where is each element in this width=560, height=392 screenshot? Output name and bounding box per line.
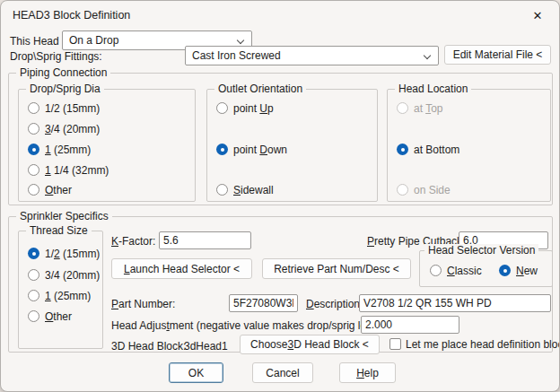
radio-option-dia-one[interactable]: 1 (25mm) [28,143,91,156]
group-piping-connection-title: Piping Connection [16,66,110,80]
dialog-window: HEAD3 Block Definition ✕ This Head is: O… [0,0,560,392]
cancel-button[interactable]: Cancel [252,362,313,383]
description-input[interactable] [359,294,551,312]
radio-option-sidewall[interactable]: Sidewall [216,183,274,196]
radio-option-point-down[interactable]: point Down [216,143,287,156]
group-thread-size-title: Thread Size [26,224,92,238]
retrieve-part-num-desc-button[interactable]: Retrieve Part Num/Desc < [262,258,411,279]
radio-option-at-bottom[interactable]: at Bottom [397,143,459,156]
checkbox-label: Let me place head definition block [406,338,560,351]
radio-option-dia-half[interactable]: 1/2 (15mm) [28,101,100,115]
radio-icon [28,123,39,135]
head-block-3d-value: 3dHead1 [184,340,228,353]
ok-button[interactable]: OK [169,362,223,383]
group-head-selector-version-title: Head Selector Version [424,244,538,257]
radio-label: 1 (25mm) [45,144,91,156]
chevron-down-icon [424,52,431,59]
radio-option-new[interactable]: New [499,264,538,277]
radio-icon-selected [28,144,39,155]
radio-option-dia-other[interactable]: Other [28,183,72,196]
part-number-label: Part Number: [111,298,175,310]
radio-option-classic[interactable]: Classic [430,264,482,277]
radio-label: on Side [414,184,451,196]
radio-label: 3/4 (20mm) [45,269,100,282]
radio-icon-disabled [397,184,408,196]
group-head-location: Head Location at Top at Bottom on Side [387,89,551,202]
group-head-location-title: Head Location [395,83,471,96]
radio-icon-selected [28,248,39,259]
radio-option-thread-other[interactable]: Other [28,309,72,323]
group-drop-sprig-dia: Drop/Sprig Dia 1/2 (15mm) 3/4 (20mm) 1 (… [18,89,196,202]
radio-label: Classic [447,265,482,277]
radio-icon [28,290,39,301]
group-sprinkler-specifics-title: Sprinkler Specifics [16,210,112,223]
radio-label: 3/4 (20mm) [45,123,100,135]
part-number-input[interactable] [229,294,298,312]
group-piping-connection: Piping Connection Drop/Sprig Dia 1/2 (15… [8,73,553,205]
window-title: HEAD3 Block Definition [13,9,130,22]
radio-option-point-up[interactable]: point Up [216,101,274,115]
close-icon: ✕ [533,9,543,22]
radio-icon [28,164,39,176]
radio-label: point Down [233,144,287,156]
edit-material-file-button[interactable]: Edit Material File < [444,45,551,65]
group-sprinkler-specifics: Sprinkler Specifics Thread Size 1/2 (15m… [8,216,553,353]
radio-icon [28,184,39,196]
radio-label: at Bottom [414,144,459,156]
radio-icon-selected [397,144,408,155]
radio-icon [28,310,39,322]
head-adjustment-input[interactable] [361,316,459,334]
radio-label: New [516,265,538,277]
radio-label: Sidewall [233,184,274,196]
radio-label: at Top [414,102,442,115]
radio-icon [28,269,39,281]
description-label: Description: [306,298,363,310]
radio-option-thread-one[interactable]: 1 (25mm) [28,289,91,302]
radio-icon [216,102,228,114]
k-factor-input[interactable] [159,231,251,249]
fittings-selected-value: Cast Iron Screwed [192,49,281,62]
radio-label: point Up [233,102,274,115]
group-thread-size: Thread Size 1/2 (15mm) 3/4 (20mm) 1 (25m… [18,231,103,349]
help-button[interactable]: Help [339,362,396,383]
group-head-selector-version: Head Selector Version Classic New [419,250,553,287]
radio-icon [430,265,442,276]
head-block-3d-label: 3D Head Block: [111,340,186,353]
radio-option-thread-half[interactable]: 1/2 (15mm) [28,247,100,260]
radio-label: Other [45,310,72,323]
radio-option-at-top: at Top [397,101,442,115]
this-head-selected-value: On a Drop [69,34,118,47]
radio-option-thread-threequarter[interactable]: 3/4 (20mm) [28,268,100,282]
chevron-down-icon [237,37,244,44]
radio-icon [216,184,228,196]
head-adjustment-label: Head Adjustment (negative value makes dr… [111,319,395,332]
k-factor-label: K-Factor: [111,235,155,248]
radio-label: 1 1/4 (32mm) [45,164,109,177]
radio-option-dia-threequarter[interactable]: 3/4 (20mm) [28,122,100,135]
radio-option-dia-oneandquarter[interactable]: 1 1/4 (32mm) [28,163,109,177]
radio-label: 1 (25mm) [45,290,91,302]
close-button[interactable]: ✕ [525,6,550,25]
group-outlet-orientation: Outlet Orientation point Up point Down S… [206,89,378,202]
radio-option-on-side: on Side [397,183,451,196]
radio-icon-disabled [397,102,408,114]
radio-icon-selected [499,265,511,276]
place-head-definition-checkbox[interactable]: Let me place head definition block [389,337,560,351]
checkbox-icon [389,338,401,350]
launch-head-selector-button[interactable]: Launch Head Selector < [111,258,252,279]
radio-label: 1/2 (15mm) [45,102,100,115]
radio-icon-selected [216,144,228,155]
fittings-label: Drop\Sprig Fittings: [10,50,102,63]
radio-icon [28,102,39,114]
radio-label: 1/2 (15mm) [45,248,100,260]
group-outlet-orientation-title: Outlet Orientation [214,83,306,96]
fittings-select[interactable]: Cast Iron Screwed [185,46,439,65]
radio-label: Other [45,184,72,196]
group-drop-sprig-dia-title: Drop/Sprig Dia [26,83,104,96]
choose-3d-head-block-button[interactable]: Choose 3D Head Block < [240,335,380,354]
